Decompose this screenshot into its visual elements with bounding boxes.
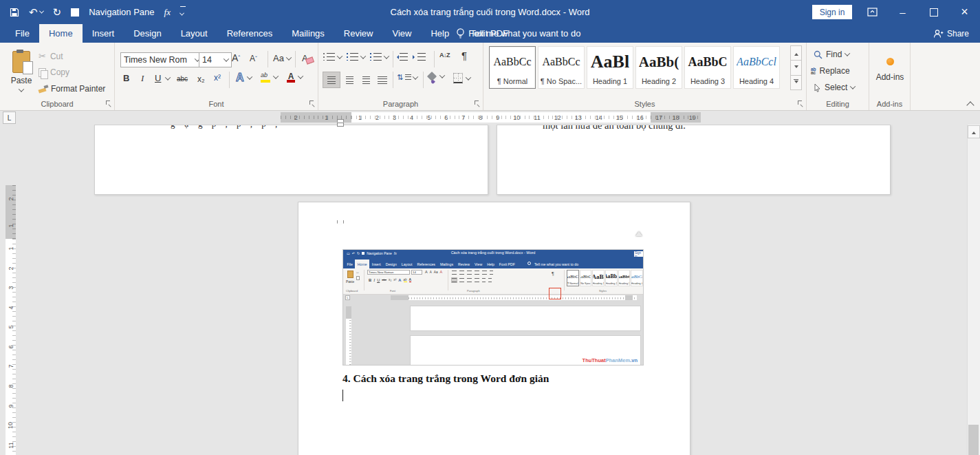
ribbon-tab[interactable]: References [217,24,282,43]
cut-button[interactable]: ✂ Cut [39,51,63,61]
borders-button[interactable] [453,73,470,83]
style-card[interactable]: AaBb( Heading 2 [635,46,682,89]
ribbon-tab[interactable]: Mailings [282,24,334,43]
mini-cut-icon: ✂ [356,271,359,275]
ruler-number: 5 [7,326,14,329]
ribbon-tab[interactable]: View [382,24,421,43]
bullets-button[interactable] [323,53,342,61]
ribbon-tab[interactable]: Layout [171,24,217,43]
ribbon-tab[interactable]: File [6,24,39,43]
ruler-number: 10 [512,114,521,121]
sort-button[interactable]: A↓Z [439,52,450,59]
ribbon-group-editing: Find ab ac Replace Select Editing [807,43,869,110]
style-card[interactable]: AaBbCcl Heading 4 [733,46,780,89]
font-size-combo[interactable]: 14 [199,52,232,67]
share-label: Share [947,29,969,39]
shrink-font-button[interactable]: Aˇ [250,54,257,63]
format-painter-button[interactable]: Format Painter [39,84,105,94]
increase-indent-button[interactable] [417,53,426,61]
numbering-button[interactable] [346,53,365,61]
style-card[interactable]: AaBbCc ¶ Normal [489,46,536,89]
embedded-screenshot-image[interactable]: ▭↶↻ Navigation Pane fx Cách xóa trang tr… [342,249,644,366]
multilevel-list-button[interactable] [369,53,389,61]
paste-dropdown-icon [19,86,24,92]
collapse-ribbon-button[interactable] [968,102,974,106]
replace-button[interactable]: ab ac Replace [811,66,850,76]
vertical-ruler[interactable]: 1234567891011 [6,239,16,455]
line-spacing-button[interactable]: ⇅ [397,73,417,82]
grow-font-button[interactable]: Aˆ [232,52,240,63]
highlight-button[interactable]: ab [261,72,278,83]
maximize-button[interactable] [918,0,949,24]
right-indent-marker[interactable] [635,228,642,236]
superscript-button[interactable]: x² [214,73,221,83]
ruler-number: 2 [7,266,14,270]
app-window: { "colors": { "titlebar_blue": "#2b579a"… [0,0,980,455]
document-page-3[interactable]: ▭↶↻ Navigation Pane fx Cách xóa trang tr… [298,202,690,455]
style-card[interactable]: AaBbCc ¶ No Spac... [538,46,585,89]
clear-formatting-button[interactable]: A [302,52,314,63]
tab-stop-selector[interactable]: L [3,112,16,124]
vertical-ruler-top-margin[interactable]: 21 [6,185,16,239]
document-page-1[interactable]: g ự g p , p , p , [94,125,488,195]
strikethrough-button[interactable]: abc [177,75,188,83]
ribbon-tab[interactable]: Design [124,24,171,43]
scrollbar-thumb[interactable] [968,425,979,455]
italic-button[interactable]: I [141,73,144,84]
shrink-font-caret-icon: ˇ [255,55,257,62]
sign-in-button[interactable]: Sign in [812,5,852,19]
styles-dialog-launcher[interactable] [798,100,804,107]
font-dialog-launcher[interactable] [309,100,316,107]
clipboard-dialog-launcher[interactable] [106,100,112,107]
select-button[interactable]: Select [814,83,855,92]
shading-button[interactable] [428,73,444,80]
styles-scroll-up-button[interactable] [790,45,802,61]
subscript-button[interactable]: x₂ [197,74,205,84]
share-button[interactable]: Share [933,24,969,43]
show-hide-pilcrow-button[interactable]: ¶ [461,50,467,61]
decrease-indent-button[interactable] [400,53,408,61]
triangle-up-icon [794,51,798,56]
first-line-indent-marker[interactable] [337,220,344,224]
style-card[interactable]: AaBbC Heading 3 [684,46,731,89]
font-color-button[interactable]: A [287,72,303,83]
change-case-button[interactable]: Aa [273,53,291,63]
vertical-scrollbar[interactable] [967,125,980,455]
tell-me-box[interactable]: Tell me what you want to do [470,24,580,43]
sort-icon: A↓Z [439,52,450,59]
scroll-up-button[interactable] [968,125,980,138]
addins-button[interactable]: Add-ins [875,50,905,89]
underline-dropdown[interactable] [166,76,170,81]
triangle-down-icon [794,65,798,70]
ribbon-tab[interactable]: Review [334,24,383,43]
ribbon-display-options-icon[interactable] [857,0,888,24]
align-center-button[interactable] [340,72,358,88]
paste-button[interactable]: Paste [7,47,36,96]
find-button[interactable]: Find [814,50,849,59]
text-effects-button[interactable]: A [236,72,252,84]
align-left-button[interactable] [323,72,340,88]
style-card[interactable]: AaBl Heading 1 [587,46,633,89]
align-right-button[interactable] [357,72,375,88]
bold-button[interactable]: B [123,73,129,83]
copy-button[interactable]: Copy [39,67,69,77]
ribbon-tab[interactable]: Home [39,24,83,43]
share-person-icon [933,29,944,39]
mini-title-bar: ▭↶↻ Navigation Pane fx Cách xóa trang tr… [343,250,643,260]
justify-button[interactable] [373,72,391,88]
minimize-button[interactable]: – [887,0,918,24]
bullets-dropdown-icon [337,53,342,59]
styles-more-button[interactable] [790,75,802,90]
document-page-2[interactable]: một lần nữa để an toàn bộ chúng đi. [497,125,891,195]
font-name-combo[interactable]: Times New Roman [120,52,203,67]
mini-horizontal-ruler [409,295,637,300]
paragraph-dialog-launcher[interactable] [475,100,481,107]
close-button[interactable]: × [949,0,980,24]
ribbon-tab[interactable]: Help [421,24,459,43]
underline-button[interactable]: U [155,73,161,83]
ribbon-tab[interactable]: Insert [83,24,124,43]
left-indent-marker[interactable] [337,123,344,127]
styles-scroll-down-button[interactable] [790,60,802,75]
mini-tab-row: FileHomeInsertDesignLayoutReferencesMail… [343,260,643,268]
cursor-arrow-icon [814,83,821,92]
